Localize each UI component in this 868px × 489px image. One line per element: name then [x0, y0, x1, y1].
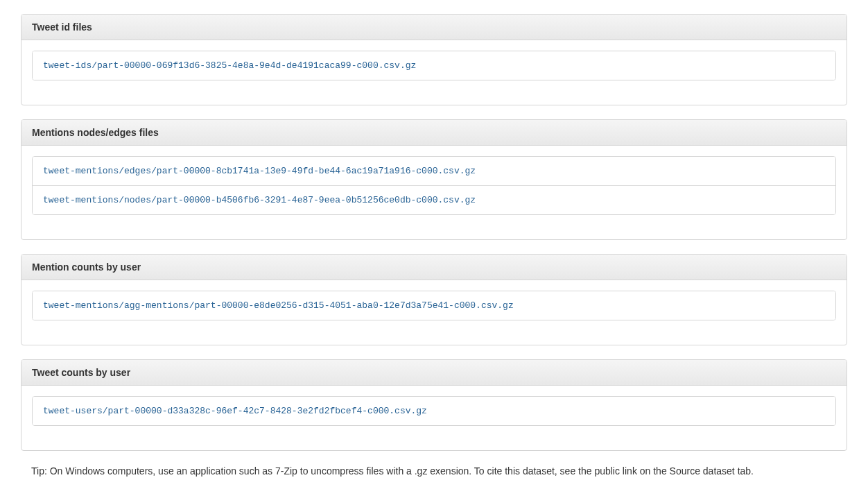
tip-text: Tip: On Windows computers, use an applic…: [21, 465, 847, 479]
file-list: tweet-mentions/edges/part-00000-8cb1741a…: [32, 156, 836, 215]
panel-heading: Tweet id files: [21, 15, 847, 40]
file-link[interactable]: tweet-users/part-00000-d33a328c-96ef-42c…: [33, 397, 835, 425]
file-list: tweet-ids/part-00000-069f13d6-3825-4e8a-…: [32, 51, 836, 80]
file-link[interactable]: tweet-mentions/nodes/part-00000-b4506fb6…: [33, 185, 835, 214]
panel-tweet-counts-by-user: Tweet counts by user tweet-users/part-00…: [21, 359, 847, 451]
panel-heading: Mentions nodes/edges files: [21, 120, 847, 146]
panel-tweet-id-files: Tweet id files tweet-ids/part-00000-069f…: [21, 14, 847, 105]
file-list: tweet-mentions/agg-mentions/part-00000-e…: [32, 291, 836, 320]
panel-body: tweet-mentions/edges/part-00000-8cb1741a…: [21, 146, 847, 239]
file-link[interactable]: tweet-mentions/edges/part-00000-8cb1741a…: [33, 157, 835, 185]
panel-mentions-nodes-edges: Mentions nodes/edges files tweet-mention…: [21, 119, 847, 240]
panel-body: tweet-ids/part-00000-069f13d6-3825-4e8a-…: [21, 40, 847, 105]
panel-heading: Tweet counts by user: [21, 360, 847, 386]
file-link[interactable]: tweet-mentions/agg-mentions/part-00000-e…: [33, 291, 835, 320]
panel-body: tweet-users/part-00000-d33a328c-96ef-42c…: [21, 386, 847, 450]
file-link[interactable]: tweet-ids/part-00000-069f13d6-3825-4e8a-…: [33, 51, 835, 80]
panel-body: tweet-mentions/agg-mentions/part-00000-e…: [21, 280, 847, 345]
panel-heading: Mention counts by user: [21, 255, 847, 280]
file-list: tweet-users/part-00000-d33a328c-96ef-42c…: [32, 396, 836, 426]
panel-mention-counts-by-user: Mention counts by user tweet-mentions/ag…: [21, 254, 847, 345]
